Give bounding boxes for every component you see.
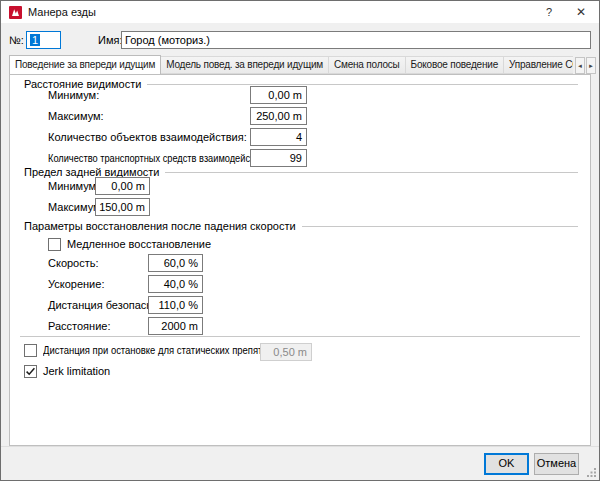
number-label: №: [9,34,24,46]
ok-button[interactable]: OK [484,453,529,475]
group-title: Параметры восстановления после падения с… [24,220,302,232]
help-button[interactable]: ? [533,1,565,23]
row-label: Расстояние: [48,320,110,332]
row-visibility-min: Минимум: 0,00 m [10,86,578,104]
tab-bar: Поведение за впереди идущим Модель повед… [9,55,573,74]
tab-scroll-left-icon[interactable]: ◄ [575,57,585,74]
row-label: Количество объектов взаимодействия: [48,131,247,143]
header-row: №: 1 Имя: Город (моториз.) [1,23,599,55]
cancel-button[interactable]: Отмена [534,453,579,475]
safety-distance-input[interactable]: 110,0 % [148,296,203,314]
row-label: Скорость: [48,257,99,269]
row-speed: Скорость: 60,0 % [10,254,578,272]
driving-behavior-dialog: Манера езды ? ✕ №: 1 Имя: Город (моториз… [0,0,600,481]
row-acceleration: Ускорение: 40,0 % [10,275,578,293]
group-speed-recovery: Параметры восстановления после падения с… [24,220,578,232]
slow-recovery-checkbox[interactable] [48,238,61,251]
group-rule [147,84,578,85]
tab-following-behavior[interactable]: Поведение за впереди идущим [9,55,161,74]
jerk-limitation-checkbox[interactable] [24,365,37,378]
tab-car-following-model[interactable]: Модель повед. за впереди идущим [160,56,329,74]
title-bar: Манера езды ? ✕ [1,1,599,23]
checkbox-label[interactable]: Медленное восстановление [67,238,211,250]
interaction-objects-input[interactable]: 4 [250,128,307,146]
row-rear-min: Минимум: 0,00 m [10,177,578,195]
checkbox-label[interactable]: Jerk limitation [43,365,110,377]
row-label: Минимум: [48,180,99,192]
rear-min-input[interactable]: 0,00 m [95,177,150,195]
slow-recovery-checkbox-row: Медленное восстановление [48,236,211,252]
number-value-selected: 1 [30,34,40,46]
speed-input[interactable]: 60,0 % [148,254,203,272]
number-input[interactable]: 1 [26,31,61,49]
row-label: Ускорение: [48,278,104,290]
tab-scroll-buttons: ◄ ► [574,57,596,74]
window-title: Манера езды [28,6,96,18]
name-label: Имя: [98,34,122,46]
tab-signal-control[interactable]: Управление ССУ [503,56,573,74]
checkmark-icon [25,366,36,377]
visibility-max-input[interactable]: 250,00 m [250,107,307,125]
tab-lateral-behavior[interactable]: Боковое поведение [405,56,504,74]
acceleration-input[interactable]: 40,0 % [148,275,203,293]
interaction-vehicles-input[interactable]: 99 [250,149,307,167]
row-safety-distance: Дистанция безопасности: 110,0 % [10,296,578,314]
app-icon [9,6,22,19]
tab-scroll-right-icon[interactable]: ► [586,57,596,74]
tab-lane-change[interactable]: Смена полосы [328,56,406,74]
standstill-distance-input[interactable]: 0,50 m [260,343,312,361]
row-label: Минимум: [48,89,99,101]
footer: OK Отмена [1,446,599,480]
rear-max-input[interactable]: 150,00 m [95,198,150,216]
row-visibility-max: Максимум: 250,00 m [10,107,578,125]
close-button[interactable]: ✕ [565,1,597,23]
resize-grip[interactable] [586,467,597,478]
tab-page: Расстояние видимости Минимум: 0,00 m Мак… [9,74,591,446]
row-rear-max: Максимум: 150,00 m [10,198,578,216]
row-distance: Расстояние: 2000 m [10,317,578,335]
standstill-distance-field-row: 0,50 m [10,343,578,361]
distance-input[interactable]: 2000 m [148,317,203,335]
row-interaction-vehicles: Количество транспортных средств взаимоде… [10,149,578,167]
group-rule [165,172,578,173]
row-interaction-objects: Количество объектов взаимодействия: 4 [10,128,578,146]
separator [20,336,580,337]
row-label: Максимум: [48,110,104,122]
name-input[interactable]: Город (моториз.) [121,31,591,49]
group-rule [302,226,578,227]
row-label: Количество транспортных средств взаимоде… [48,152,272,164]
visibility-min-input[interactable]: 0,00 m [250,86,307,104]
jerk-limitation-row: Jerk limitation [24,363,110,379]
